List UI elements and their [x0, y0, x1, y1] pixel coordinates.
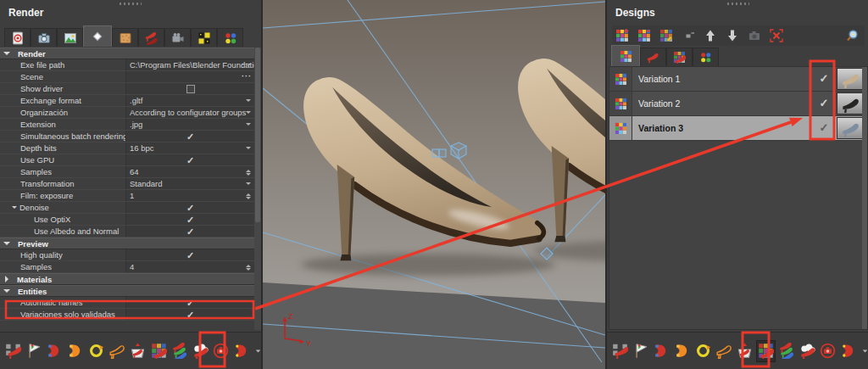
toolbar-heel-outline-button[interactable] — [715, 340, 734, 362]
property-row[interactable]: Use OptiX✓ — [0, 214, 254, 226]
property-row[interactable]: Simultaneous batch rendering✓ — [0, 131, 254, 143]
tab-doc-render[interactable] — [4, 28, 31, 47]
designs-search-button[interactable] — [843, 25, 862, 47]
toolbar-shoes-stack-button[interactable] — [170, 340, 189, 362]
designs-tab-color-dots[interactable] — [693, 48, 719, 66]
variation-validated-checkbox[interactable]: ✓ — [813, 98, 835, 109]
tab-color-dots[interactable] — [217, 28, 243, 47]
toolbar-flag-button[interactable] — [25, 340, 44, 362]
designs-camera-shot-button[interactable] — [744, 25, 764, 47]
row-expander-icon[interactable] — [12, 206, 17, 211]
browse-button[interactable]: ··· — [242, 59, 252, 70]
section-expander-icon[interactable] — [3, 52, 10, 59]
toolbar-heel-outline-button[interactable] — [108, 340, 127, 362]
section-entities[interactable]: Entities — [0, 285, 254, 297]
tab-checker[interactable] — [191, 28, 217, 47]
property-row[interactable]: Samples4 — [0, 261, 254, 273]
property-value[interactable]: 4 — [125, 261, 254, 272]
section-expander-icon[interactable] — [5, 276, 12, 282]
variation-row-3[interactable]: Variation 3✓ — [609, 116, 867, 141]
property-row[interactable]: Extension.jpg — [0, 119, 254, 131]
tab-image[interactable] — [57, 28, 83, 47]
checkmark-icon[interactable]: ✓ — [186, 298, 194, 308]
toolbar-shoe-tray-button[interactable] — [735, 340, 754, 362]
variation-thumbnail[interactable] — [837, 68, 865, 90]
property-row[interactable]: Depth bits16 bpc — [0, 143, 254, 154]
dropdown-caret-icon[interactable] — [246, 99, 251, 104]
checkmark-icon[interactable]: ✓ — [186, 215, 194, 225]
designs-tab-grid-shoe[interactable] — [666, 48, 693, 66]
toolbar-grid-shoe-button[interactable] — [149, 340, 169, 362]
property-row[interactable]: Show driver — [0, 83, 254, 95]
checkmark-icon[interactable]: ✓ — [186, 131, 194, 142]
property-value[interactable]: .gltf — [125, 95, 254, 106]
section-preview[interactable]: Preview — [0, 238, 254, 249]
toolbar-shoe-tray-button[interactable] — [128, 340, 147, 362]
checkmark-icon[interactable]: ✓ — [186, 226, 194, 237]
spinner-control[interactable] — [246, 191, 251, 201]
variation-thumbnail[interactable] — [837, 92, 865, 115]
designs-dot-button[interactable] — [678, 25, 698, 47]
property-row[interactable]: Automatic names✓ — [0, 297, 254, 309]
property-value[interactable]: C:\Program Files\Blender Foundation\Bl··… — [125, 59, 254, 70]
property-grid-scrollbar[interactable] — [254, 48, 261, 330]
toolbar-shoe-squares-button[interactable] — [610, 340, 630, 362]
toolbar-magnet-dots-button[interactable] — [232, 340, 252, 362]
toolbar-magnet-dots-button[interactable] — [839, 340, 859, 362]
tab-video-camera[interactable] — [164, 28, 191, 47]
checkmark-icon[interactable]: ✓ — [186, 203, 194, 213]
spinner-control[interactable] — [246, 167, 251, 177]
toolbar-caret-button[interactable] — [253, 340, 263, 362]
spinner-control[interactable] — [246, 262, 251, 272]
panel-drag-grip[interactable] — [120, 3, 142, 5]
property-value[interactable]: ✓ — [125, 297, 254, 308]
toolbar-magnet-orange-button[interactable] — [66, 340, 86, 362]
property-value[interactable]: Standard — [125, 178, 254, 189]
designs-arrow-up-button[interactable] — [700, 25, 720, 47]
dropdown-caret-icon[interactable] — [246, 182, 251, 187]
toolbar-magnet-blue-button[interactable] — [45, 340, 64, 362]
tab-leather[interactable] — [112, 28, 138, 47]
variation-row-1[interactable]: Variation 1✓ — [609, 67, 867, 92]
toolbar-refresh-button[interactable] — [693, 340, 713, 362]
tab-diamond[interactable] — [83, 25, 112, 47]
section-expander-icon[interactable] — [3, 289, 10, 296]
property-row[interactable]: Variaciones solo validadas✓ — [0, 309, 254, 321]
designs-tab-grid[interactable] — [611, 45, 640, 66]
designs-grid-edit-button[interactable] — [656, 25, 676, 47]
designs-remove-x-button[interactable] — [766, 25, 786, 47]
property-value[interactable]: ✓ — [125, 214, 254, 225]
designs-grid-plus-button[interactable] — [612, 25, 632, 47]
property-row[interactable]: OrganizaciónAccording to configurator gr… — [0, 107, 254, 119]
checkmark-icon[interactable]: ✓ — [186, 250, 194, 260]
property-row[interactable]: Use Albedo and Normal✓ — [0, 226, 254, 238]
toolbar-render-camera-button[interactable] — [211, 340, 231, 362]
checkmark-icon[interactable]: ✓ — [186, 310, 194, 320]
dropdown-caret-icon[interactable] — [246, 147, 251, 152]
browse-button[interactable]: ··· — [242, 71, 252, 82]
tab-shoes-pile[interactable] — [138, 28, 164, 47]
property-value[interactable]: 1 — [125, 190, 254, 201]
designs-grid-minus-button[interactable] — [634, 25, 654, 47]
property-row[interactable]: TransformationStandard — [0, 178, 254, 190]
tab-camera[interactable] — [31, 28, 57, 47]
property-value[interactable]: 16 bpc — [125, 143, 254, 154]
property-value[interactable]: ✓ — [125, 226, 254, 237]
property-value[interactable]: ··· — [125, 71, 254, 82]
property-row[interactable]: Film: exposure1 — [0, 190, 254, 202]
toolbar-magnet-orange-button[interactable] — [673, 340, 693, 362]
property-row[interactable]: Use GPU✓ — [0, 154, 254, 166]
viewport-3d[interactable]: Z Y — [263, 0, 605, 369]
section-expander-icon[interactable] — [3, 242, 10, 249]
property-value[interactable]: ✓ — [125, 202, 254, 213]
property-row[interactable]: Exchange format.gltf — [0, 95, 254, 107]
toolbar-refresh-button[interactable] — [86, 340, 106, 362]
toolbar-grid-shoe-button[interactable] — [756, 340, 776, 362]
property-value[interactable] — [125, 83, 254, 94]
toolbar-shoes-stack-button[interactable] — [776, 340, 796, 362]
toolbar-shoe-cloud-button[interactable] — [798, 340, 817, 362]
toolbar-flag-button[interactable] — [632, 340, 651, 362]
property-row[interactable]: Denoise✓ — [0, 202, 254, 214]
property-value[interactable]: ✓ — [125, 131, 254, 142]
variations-scrollbar[interactable] — [862, 67, 867, 329]
